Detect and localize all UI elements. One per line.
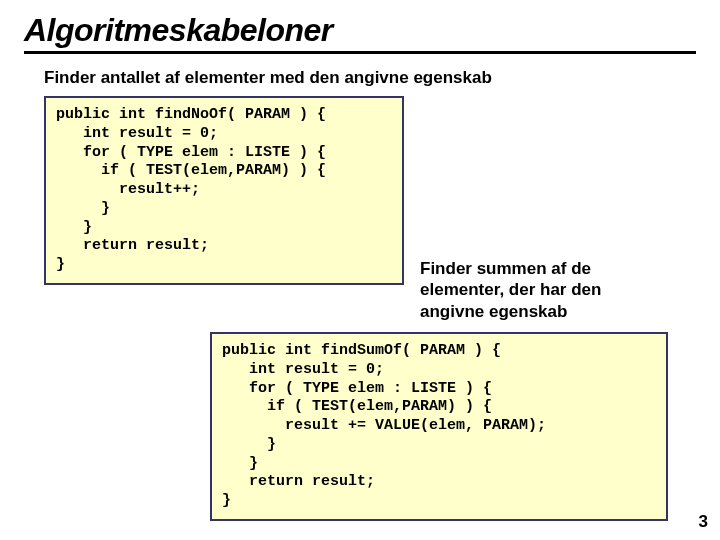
page-number: 3	[699, 512, 708, 532]
subtitle-count: Finder antallet af elementer med den ang…	[44, 68, 696, 88]
code-block-findsumof: public int findSumOf( PARAM ) { int resu…	[210, 332, 668, 521]
subtitle-sum: Finder summen af de elementer, der har d…	[420, 258, 670, 322]
slide-title: Algoritmeskabeloner	[24, 12, 696, 54]
code-block-findnoof: public int findNoOf( PARAM ) { int resul…	[44, 96, 404, 285]
